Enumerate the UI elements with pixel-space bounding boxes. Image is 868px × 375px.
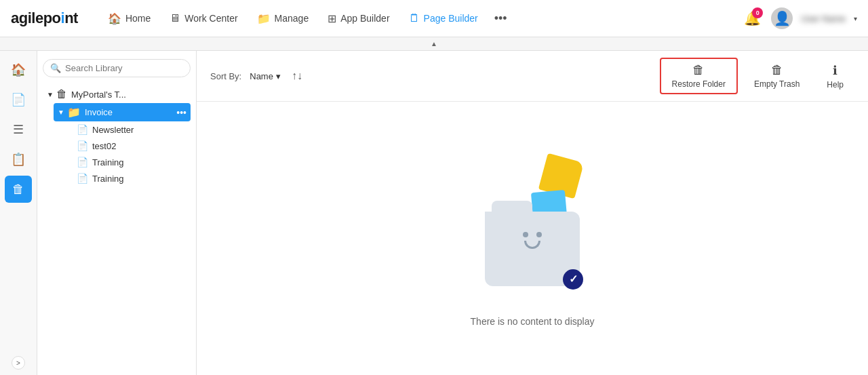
nav-app-builder[interactable]: ⊞ App Builder xyxy=(319,8,397,29)
main-layout: 🏠 📄 ☰ 📋 🗑 > 🔍 ▼ 🗑 MyPortal's T... ▼ 📁 In… xyxy=(0,51,868,375)
face-smile xyxy=(524,241,540,249)
nav-home-label: Home xyxy=(125,13,151,24)
empty-trash-icon: 🗑 xyxy=(771,63,783,77)
monitor-icon: 🖥 xyxy=(170,12,180,24)
training1-label: Training xyxy=(92,157,186,167)
file-sidebar: 🔍 ▼ 🗑 MyPortal's T... ▼ 📁 Invoice ••• 📄 … xyxy=(37,51,197,375)
top-nav: agilepoint 🏠 Home 🖥 Work Center 📁 Manage… xyxy=(0,0,868,37)
newsletter-item[interactable]: 📄 Newsletter xyxy=(73,121,191,138)
sidebar-doc-icon[interactable]: 📄 xyxy=(5,86,32,113)
check-circle-icon: ✓ xyxy=(563,269,583,290)
search-input[interactable] xyxy=(65,63,183,73)
sidebar-home-icon[interactable]: 🏠 xyxy=(5,56,32,83)
notification-badge: 0 xyxy=(752,7,763,18)
test02-doc-icon: 📄 xyxy=(77,140,88,151)
left-eye xyxy=(523,232,528,237)
nav-work-center[interactable]: 🖥 Work Center xyxy=(161,8,245,28)
training2-item[interactable]: 📄 Training xyxy=(73,170,191,186)
nav-work-center-label: Work Center xyxy=(184,13,237,24)
training2-doc-icon: 📄 xyxy=(77,173,88,184)
folder-face xyxy=(512,232,553,252)
newsletter-label: Newsletter xyxy=(92,125,186,135)
sort-name-value: Name xyxy=(250,71,273,81)
tree-children: ▼ 📁 Invoice ••• 📄 Newsletter 📄 test02 📄 … xyxy=(43,103,191,186)
empty-trash-button[interactable]: 🗑 Empty Trash xyxy=(743,59,810,93)
user-avatar[interactable]: 👤 xyxy=(771,7,793,29)
test02-item[interactable]: 📄 test02 xyxy=(73,138,191,154)
content-toolbar: Sort By: Name ▾ ↑↓ 🗑 Restore Folder 🗑 Em… xyxy=(197,51,868,102)
sidebar-expand-button[interactable]: > xyxy=(12,356,25,370)
icon-sidebar: 🏠 📄 ☰ 📋 🗑 > xyxy=(0,51,37,375)
restore-folder-label: Restore Folder xyxy=(672,79,726,89)
logo-text: agilepoint xyxy=(11,9,78,27)
root-trash-icon: 🗑 xyxy=(56,88,67,100)
logo[interactable]: agilepoint xyxy=(11,9,78,27)
nav-manage-label: Manage xyxy=(275,13,309,24)
nav-more-button[interactable]: ••• xyxy=(489,7,513,30)
nav-page-builder[interactable]: 🗒 Page Builder xyxy=(401,8,486,28)
person-icon: 👤 xyxy=(774,10,791,26)
sidebar-list-icon[interactable]: ☰ xyxy=(5,116,32,143)
invoice-folder-icon: 📁 xyxy=(67,106,81,119)
restore-folder-icon: 🗑 xyxy=(692,63,705,77)
nav-home[interactable]: 🏠 Home xyxy=(100,8,159,29)
invoice-label: Invoice xyxy=(85,107,176,117)
content-area: Sort By: Name ▾ ↑↓ 🗑 Restore Folder 🗑 Em… xyxy=(197,51,868,375)
search-icon: 🔍 xyxy=(50,63,61,73)
test02-label: test02 xyxy=(92,141,186,151)
invoice-arrow-icon: ▼ xyxy=(58,108,64,116)
newsletter-doc-icon: 📄 xyxy=(77,124,88,135)
empty-trash-label: Empty Trash xyxy=(754,79,800,89)
invoice-more-icon[interactable]: ••• xyxy=(176,107,186,118)
sort-az-icon[interactable]: ↑↓ xyxy=(292,70,302,82)
sidebar-trash-icon[interactable]: 🗑 xyxy=(5,176,32,203)
sidebar-notes-icon[interactable]: 📋 xyxy=(5,146,32,173)
root-arrow-icon: ▼ xyxy=(47,91,54,98)
sort-area: Sort By: Name ▾ ↑↓ xyxy=(210,69,302,83)
page-builder-icon: 🗒 xyxy=(409,12,420,24)
empty-illustration: ✓ xyxy=(465,151,600,300)
nav-manage[interactable]: 📁 Manage xyxy=(249,8,317,29)
help-icon: ℹ xyxy=(833,63,837,78)
empty-message: There is no content to display xyxy=(471,316,595,327)
nav-right: 🔔 0 👤 User Name ▾ xyxy=(741,7,857,29)
sort-name-select[interactable]: Name ▾ xyxy=(245,69,285,83)
search-box: 🔍 xyxy=(43,59,191,77)
training2-label: Training xyxy=(92,174,186,184)
face-eyes xyxy=(512,232,553,237)
user-name: User Name xyxy=(801,14,846,24)
restore-folder-button[interactable]: 🗑 Restore Folder xyxy=(660,58,738,94)
toolbar-actions: 🗑 Restore Folder 🗑 Empty Trash ℹ Help xyxy=(660,58,854,94)
grid-icon: ⊞ xyxy=(328,12,336,25)
logo-dot: i xyxy=(61,9,65,26)
user-chevron-icon[interactable]: ▾ xyxy=(854,15,857,22)
nav-page-builder-label: Page Builder xyxy=(424,13,478,24)
tree-child-items: 📄 Newsletter 📄 test02 📄 Training 📄 Train… xyxy=(54,121,191,186)
empty-state: ✓ There is no content to display xyxy=(197,102,868,375)
help-label: Help xyxy=(827,80,844,90)
training1-doc-icon: 📄 xyxy=(77,157,88,167)
nav-items: 🏠 Home 🖥 Work Center 📁 Manage ⊞ App Buil… xyxy=(100,7,741,30)
invoice-folder-item[interactable]: ▼ 📁 Invoice ••• xyxy=(54,103,191,121)
training1-item[interactable]: 📄 Training xyxy=(73,154,191,170)
sort-by-label: Sort By: xyxy=(210,71,241,81)
sort-chevron-icon: ▾ xyxy=(276,71,281,81)
tree-root-item[interactable]: ▼ 🗑 MyPortal's T... xyxy=(43,85,191,103)
folder-nav-icon: 📁 xyxy=(257,12,271,25)
nav-app-builder-label: App Builder xyxy=(340,13,389,24)
collapse-bar[interactable]: ▲ xyxy=(0,37,868,51)
collapse-arrow-icon: ▲ xyxy=(431,40,437,47)
right-eye xyxy=(536,232,542,237)
root-label: MyPortal's T... xyxy=(71,90,186,100)
notification-bell[interactable]: 🔔 0 xyxy=(741,7,763,29)
home-nav-icon: 🏠 xyxy=(108,12,121,25)
help-button[interactable]: ℹ Help xyxy=(816,59,854,94)
